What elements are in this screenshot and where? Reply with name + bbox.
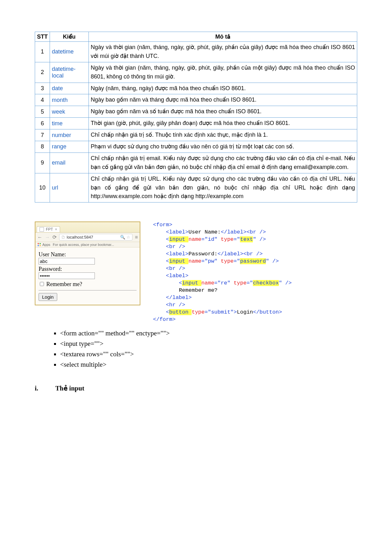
cell-stt: 9 xyxy=(35,153,50,173)
cell-stt: 3 xyxy=(35,83,50,94)
th-stt: STT xyxy=(35,32,50,42)
list-item: <select multiple> xyxy=(60,361,357,369)
code-sample: <form> <label>User Name:</label><br /> <… xyxy=(153,221,292,323)
label-password: Password: xyxy=(39,266,137,272)
code-tag: < xyxy=(166,258,169,264)
list-item: <input type=""> xyxy=(60,340,357,348)
table-row: 7 number Chỉ chấp nhận giá trị số. Thuộc… xyxy=(35,129,357,141)
th-desc: Mô tả xyxy=(89,32,357,42)
code-tag: " /> xyxy=(253,236,266,242)
code-tag: </label> xyxy=(166,295,192,301)
cell-desc: Phạm vi được sử dụng cho trường đầu vào … xyxy=(89,141,357,153)
cell-stt: 6 xyxy=(35,118,50,129)
code-tag: ="id" xyxy=(201,236,221,242)
code-tag: <br /> xyxy=(166,244,185,250)
table-row: 8 range Phạm vi được sử dụng cho trường … xyxy=(35,141,357,153)
apps-bar: Apps For quick access, place your bookma… xyxy=(35,242,140,247)
cell-stt: 1 xyxy=(35,42,50,62)
cell-desc: Ngày và thời gian (năm, tháng, ngày, giờ… xyxy=(89,42,357,62)
page-icon: 🗋 xyxy=(61,235,65,240)
list-item: <textarea rows="" cols=""> xyxy=(60,350,357,358)
table-row: 2 datetime-local Ngày và thời gian (năm,… xyxy=(35,62,357,83)
cell-desc: Ngày bao gồm năm và tháng được mã hóa th… xyxy=(89,94,357,106)
code-tag: ="re" xyxy=(214,280,234,286)
cell-desc: Ngày (năm, tháng, ngày) được mã hóa theo… xyxy=(89,83,357,94)
section-heading: i. Thẻ input xyxy=(35,384,357,392)
table-row: 10 url Chỉ chấp nhận giá trị URL. Kiểu n… xyxy=(35,173,357,203)
code-tag: < xyxy=(179,280,182,286)
page-content: User Name: Password: Remember me? Login xyxy=(35,247,140,305)
code-tag: ="submit"> xyxy=(205,309,237,315)
type-link[interactable]: number xyxy=(52,132,71,138)
browser-tab[interactable]: FPT × xyxy=(37,226,60,232)
cell-desc: Ngày và thời gian (năm, tháng, ngày, giờ… xyxy=(89,62,357,83)
cell-stt: 7 xyxy=(35,129,50,141)
code-attr: type xyxy=(192,309,205,315)
cell-desc: Ngày bao gồm năm và số tuần được mã hóa … xyxy=(89,106,357,118)
apps-icon[interactable] xyxy=(37,243,41,246)
type-link[interactable]: datetime-local xyxy=(52,66,76,79)
remember-checkbox[interactable] xyxy=(40,282,44,286)
code-attr: name xyxy=(188,236,201,242)
code-text: Password: xyxy=(188,251,217,257)
cell-desc: Thời gian (giờ, phút, giây, giây phân đo… xyxy=(89,118,357,129)
code-tag: " /> xyxy=(266,258,279,264)
menu-icon[interactable]: ≡ xyxy=(135,234,138,240)
table-row: 6 time Thời gian (giờ, phút, giây, giây … xyxy=(35,118,357,129)
table-row: 9 email Chỉ chấp nhận giá trị email. Kiể… xyxy=(35,153,357,173)
login-button[interactable]: Login xyxy=(39,293,57,301)
code-hl: checkbox xyxy=(253,280,279,286)
code-tag: < xyxy=(166,309,169,315)
code-tag: <label> xyxy=(166,229,188,235)
password-input[interactable] xyxy=(39,272,95,279)
code-attr: type xyxy=(221,236,234,242)
type-link[interactable]: month xyxy=(52,97,68,103)
heading-text: Thẻ input xyxy=(55,384,84,392)
type-link[interactable]: email xyxy=(52,159,65,166)
code-line: <form> xyxy=(153,222,172,228)
code-tag: " /> xyxy=(279,280,292,286)
back-icon[interactable]: ← xyxy=(37,234,42,240)
type-link[interactable]: datetime xyxy=(52,48,74,55)
code-attr: type xyxy=(221,258,234,264)
cell-stt: 2 xyxy=(35,62,50,83)
address-bar[interactable]: 🗋 localhost:5847 🔍 ☆ xyxy=(59,234,132,240)
type-link[interactable]: url xyxy=(52,184,58,191)
code-tag: </button> xyxy=(253,309,282,315)
browser-mock: FPT × ← → ⟳ 🗋 localhost:5847 🔍 ☆ ≡ Apps … xyxy=(35,221,140,305)
code-tag: =" xyxy=(234,258,240,264)
code-attr: name xyxy=(188,258,201,264)
reload-icon[interactable]: ⟳ xyxy=(52,234,57,240)
cell-stt: 4 xyxy=(35,94,50,106)
tab-bar: FPT × xyxy=(35,222,140,233)
code-hl: input xyxy=(182,280,201,286)
cell-desc: Chỉ chấp nhận giá trị email. Kiểu này đư… xyxy=(89,153,357,173)
apps-hint: For quick access, place your bookmar... xyxy=(53,243,114,246)
forward-icon[interactable]: → xyxy=(45,234,50,240)
username-input[interactable] xyxy=(39,258,95,265)
apps-label[interactable]: Apps xyxy=(42,243,50,246)
star-icon[interactable]: ☆ xyxy=(126,235,130,240)
type-link[interactable]: range xyxy=(52,143,66,150)
code-hl: button xyxy=(169,309,192,315)
code-hl: input xyxy=(169,236,188,242)
code-tag: <label> xyxy=(166,251,188,257)
code-tag: </form> xyxy=(153,316,175,322)
code-hl: password xyxy=(240,258,266,264)
type-link[interactable]: time xyxy=(52,120,63,127)
type-link[interactable]: date xyxy=(52,85,63,91)
code-hl: input xyxy=(169,258,188,264)
label-username: User Name: xyxy=(39,251,137,258)
code-text: Login xyxy=(237,309,253,315)
table-row: 1 datetime Ngày và thời gian (năm, tháng… xyxy=(35,42,357,62)
page-icon xyxy=(40,227,44,232)
tab-title: FPT xyxy=(46,227,53,232)
table-row: 4 month Ngày bao gồm năm và tháng được m… xyxy=(35,94,357,106)
url-text: localhost:5847 xyxy=(67,235,93,240)
cell-stt: 8 xyxy=(35,141,50,153)
type-link[interactable]: week xyxy=(52,109,65,115)
close-icon[interactable]: × xyxy=(55,227,57,232)
code-tag: <label> xyxy=(166,273,188,279)
zoom-icon[interactable]: 🔍 xyxy=(120,235,125,240)
code-tag: <br /> xyxy=(166,265,185,271)
